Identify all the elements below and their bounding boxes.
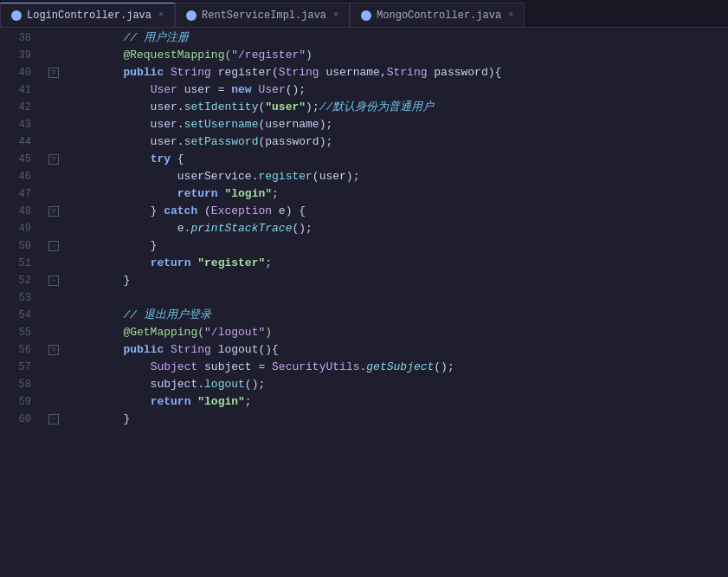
gutter-cell: − xyxy=(45,272,62,289)
plain-token: } xyxy=(69,204,164,217)
plain-token: (); xyxy=(292,222,312,235)
line-number: 39 xyxy=(0,47,38,64)
line-number: 53 xyxy=(0,289,38,307)
comment-token: // 用户注册 xyxy=(69,31,189,44)
plain-token: ); xyxy=(306,100,319,113)
line-number: 59 xyxy=(0,393,38,411)
editor: 3839404142434445464748495051525354555657… xyxy=(0,28,728,577)
code-line: e.printStackTrace(); xyxy=(62,220,728,237)
line-number: 38 xyxy=(0,29,38,47)
code-line: @GetMapping("/logout") xyxy=(62,324,728,341)
type-token: User xyxy=(258,83,285,96)
method-token: setUsername xyxy=(184,118,259,131)
annotation-val-token: "/register" xyxy=(231,49,306,62)
fold-button[interactable]: − xyxy=(48,414,59,425)
string-token: "user" xyxy=(265,100,306,113)
plain-token: user = xyxy=(177,83,231,96)
tab-close-button[interactable]: × xyxy=(158,10,164,20)
fold-button[interactable]: ▽ xyxy=(48,345,59,355)
kw-token: return xyxy=(151,395,191,408)
fold-button[interactable]: − xyxy=(48,276,59,286)
method-token: setPassword xyxy=(184,135,259,148)
plain-token: subject. xyxy=(69,378,204,391)
gutter-cell xyxy=(45,116,62,133)
kw-token: new xyxy=(231,83,251,96)
fold-button[interactable]: ▽ xyxy=(48,154,59,165)
fold-button[interactable]: − xyxy=(48,241,59,251)
line-numbers: 3839404142434445464748495051525354555657… xyxy=(0,28,45,577)
tab-icon xyxy=(11,10,22,21)
tab-rent[interactable]: RentServiceImpl.java× xyxy=(175,3,350,27)
kw-token: try xyxy=(151,152,171,165)
plain-token xyxy=(164,66,171,79)
tab-label: MongoController.java xyxy=(377,10,501,22)
code-line: // 退出用户登录 xyxy=(62,307,728,324)
comment-token: //默认身份为普通用户 xyxy=(319,100,435,113)
annotation-token: @RequestMapping( xyxy=(69,49,231,62)
line-number: 45 xyxy=(0,151,38,168)
gutter-cell xyxy=(45,307,62,324)
code-line: user.setIdentity("user");//默认身份为普通用户 xyxy=(62,99,728,116)
gutter-cell xyxy=(45,99,62,116)
method-token: logout xyxy=(204,378,245,391)
code-line: User user = new User(); xyxy=(62,81,728,99)
plain-token xyxy=(69,360,151,373)
annotation-token: ) xyxy=(306,49,312,62)
plain-token: } xyxy=(69,239,157,252)
code-line: subject.logout(); xyxy=(62,376,728,393)
gutter-cell: ▽ xyxy=(45,64,62,81)
plain-token xyxy=(69,83,151,96)
line-number: 60 xyxy=(0,411,38,428)
code-line: return "register"; xyxy=(62,255,728,272)
gutter-cell xyxy=(45,47,62,64)
plain-token: logout(){ xyxy=(211,343,279,356)
code-area: // 用户注册 @RequestMapping("/register") pub… xyxy=(62,28,728,577)
gutter-cell xyxy=(45,376,62,393)
code-line: userService.register(user); xyxy=(62,168,728,185)
plain-token: user. xyxy=(69,100,184,113)
tab-mongo[interactable]: MongoController.java× xyxy=(350,3,525,27)
plain-token: subject = xyxy=(197,360,272,373)
gutter-cell xyxy=(45,168,62,185)
comment-token: // 退出用户登录 xyxy=(69,308,211,321)
method-token: setIdentity xyxy=(184,100,259,113)
line-number: 54 xyxy=(0,307,38,324)
gutter-cell: ▽ xyxy=(45,151,62,168)
fold-button[interactable]: ▽ xyxy=(48,68,59,78)
fold-button[interactable]: ▽ xyxy=(48,206,59,217)
plain-token: userService. xyxy=(69,170,258,183)
plain-token: ; xyxy=(245,395,252,408)
plain-token: (); xyxy=(245,378,265,391)
italic-method-token: printStackTrace xyxy=(190,222,292,235)
plain-token: ( xyxy=(197,204,211,217)
code-line: user.setPassword(password); xyxy=(62,133,728,151)
line-number: 52 xyxy=(0,272,38,289)
string-token: "login" xyxy=(224,187,272,200)
gutter-cell xyxy=(45,255,62,272)
line-number: 51 xyxy=(0,255,38,272)
tab-login[interactable]: LoginController.java× xyxy=(0,3,175,27)
gutter-cell xyxy=(45,289,62,307)
plain-token: e. xyxy=(69,222,190,235)
code-line: public String register(String username,S… xyxy=(62,64,728,81)
string-token: "register" xyxy=(197,256,265,269)
plain-token xyxy=(69,395,151,408)
tab-close-button[interactable]: × xyxy=(508,10,513,20)
string-token: "login" xyxy=(197,395,245,408)
type-token: String xyxy=(171,66,211,79)
tab-label: LoginController.java xyxy=(27,10,151,22)
gutter-cell: ▽ xyxy=(45,203,62,220)
tab-close-button[interactable]: × xyxy=(333,10,338,20)
plain-token: register( xyxy=(211,66,279,79)
kw-token: catch xyxy=(164,204,197,217)
tab-icon xyxy=(186,10,196,21)
gutter-cell xyxy=(45,359,62,376)
annotation-token: @GetMapping( xyxy=(69,326,204,339)
tab-bar: LoginController.java×RentServiceImpl.jav… xyxy=(0,0,728,28)
plain-token: (username); xyxy=(258,118,332,131)
line-number: 56 xyxy=(0,341,38,359)
plain-token: username, xyxy=(319,66,387,79)
plain-token xyxy=(69,187,177,200)
line-number: 40 xyxy=(0,64,38,81)
type-token: String xyxy=(279,66,319,79)
